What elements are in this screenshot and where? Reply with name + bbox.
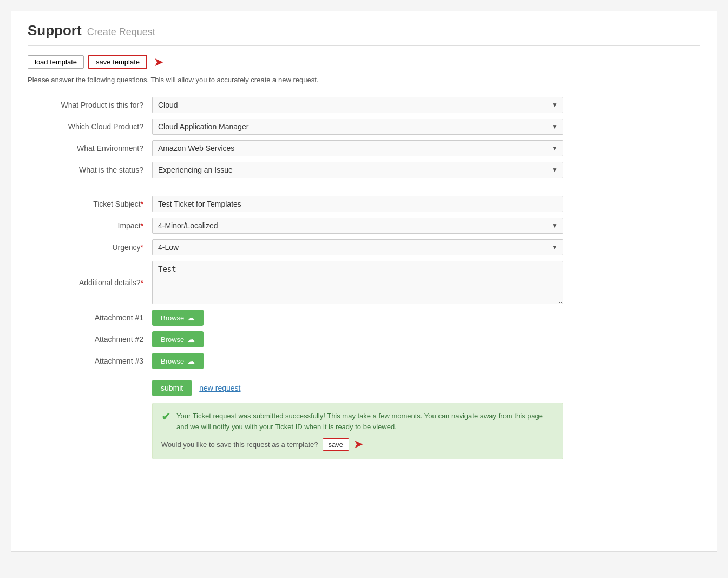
success-box: ✔ Your Ticket request was submitted succ… bbox=[152, 403, 563, 459]
browse-label-2: Browse bbox=[161, 336, 184, 344]
arrow-annotation-save-inline: ➤ bbox=[353, 437, 363, 451]
attachment3-label: Attachment #3 bbox=[33, 357, 152, 365]
additional-details-required: * bbox=[141, 278, 143, 287]
section-divider bbox=[28, 187, 700, 187]
impact-required: * bbox=[141, 221, 143, 230]
browse-button-2[interactable]: Browse ☁ bbox=[152, 331, 204, 347]
cloud-product-label: Which Cloud Product? bbox=[33, 122, 152, 131]
cloud-product-select[interactable]: Cloud Application Manager Cloud Platform… bbox=[152, 119, 563, 135]
status-select[interactable]: Experiencing an Issue Requesting Informa… bbox=[152, 162, 563, 178]
environment-label: What Environment? bbox=[33, 144, 152, 153]
browse-label-1: Browse bbox=[161, 314, 184, 322]
product-select-wrapper[interactable]: Cloud On-Premise Other ▼ bbox=[152, 97, 563, 113]
product-select[interactable]: Cloud On-Premise Other bbox=[152, 97, 563, 113]
additional-details-row: Additional details?* Test bbox=[28, 261, 700, 304]
save-template-row: Would you like to save this request as a… bbox=[161, 437, 554, 451]
environment-row: What Environment? Amazon Web Services Az… bbox=[28, 140, 700, 156]
page-title-main: Support bbox=[28, 22, 82, 39]
impact-row: Impact* 1-Critical 2-Major 3-Moderate 4-… bbox=[28, 218, 700, 234]
upload-icon-3: ☁ bbox=[187, 357, 195, 365]
environment-select-wrapper[interactable]: Amazon Web Services Azure Google Cloud O… bbox=[152, 140, 563, 156]
urgency-row: Urgency* 1-Critical 2-High 3-Medium 4-Lo… bbox=[28, 239, 700, 255]
additional-details-label: Additional details?* bbox=[33, 278, 152, 287]
additional-details-textarea[interactable]: Test bbox=[152, 261, 563, 304]
arrow-annotation-save-template: ➤ bbox=[154, 55, 163, 69]
urgency-select[interactable]: 1-Critical 2-High 3-Medium 4-Low bbox=[152, 239, 563, 255]
browse-button-1[interactable]: Browse ☁ bbox=[152, 310, 204, 326]
urgency-select-wrapper[interactable]: 1-Critical 2-High 3-Medium 4-Low ▼ bbox=[152, 239, 563, 255]
status-label: What is the status? bbox=[33, 166, 152, 174]
attachment2-row: Attachment #2 Browse ☁ bbox=[28, 331, 700, 347]
save-prompt-text: Would you like to save this request as a… bbox=[161, 441, 318, 449]
save-template-inline-button[interactable]: save bbox=[323, 438, 349, 451]
save-template-button[interactable]: save template bbox=[88, 55, 147, 69]
success-message: Your Ticket request was submitted succes… bbox=[176, 411, 554, 432]
ticket-subject-row: Ticket Subject* Test Ticket for Template… bbox=[28, 196, 700, 212]
urgency-label: Urgency* bbox=[33, 243, 152, 252]
attachment3-row: Attachment #3 Browse ☁ bbox=[28, 353, 700, 369]
intro-text: Please answer the following questions. T… bbox=[28, 76, 700, 84]
ticket-section: Ticket Subject* Test Ticket for Template… bbox=[28, 196, 700, 369]
ticket-subject-required: * bbox=[141, 200, 143, 208]
status-row: What is the status? Experiencing an Issu… bbox=[28, 162, 700, 178]
impact-select[interactable]: 1-Critical 2-Major 3-Moderate 4-Minor/Lo… bbox=[152, 218, 563, 234]
success-header: ✔ Your Ticket request was submitted succ… bbox=[161, 411, 554, 432]
urgency-required: * bbox=[141, 243, 143, 252]
success-check-icon: ✔ bbox=[161, 410, 171, 424]
impact-select-wrapper[interactable]: 1-Critical 2-Major 3-Moderate 4-Minor/Lo… bbox=[152, 218, 563, 234]
product-row: What Product is this for? Cloud On-Premi… bbox=[28, 97, 700, 113]
impact-label: Impact* bbox=[33, 221, 152, 230]
new-request-link[interactable]: new request bbox=[199, 384, 240, 392]
environment-select[interactable]: Amazon Web Services Azure Google Cloud O… bbox=[152, 140, 563, 156]
ticket-subject-label: Ticket Subject* bbox=[33, 200, 152, 208]
cloud-product-select-wrapper[interactable]: Cloud Application Manager Cloud Platform… bbox=[152, 119, 563, 135]
attachment1-label: Attachment #1 bbox=[33, 313, 152, 322]
page-title-sub: Create Request bbox=[87, 27, 155, 38]
product-section: What Product is this for? Cloud On-Premi… bbox=[28, 97, 700, 178]
ticket-subject-input[interactable]: Test Ticket for Templates bbox=[152, 196, 563, 212]
load-template-button[interactable]: load template bbox=[28, 55, 84, 69]
cloud-product-row: Which Cloud Product? Cloud Application M… bbox=[28, 119, 700, 135]
status-select-wrapper[interactable]: Experiencing an Issue Requesting Informa… bbox=[152, 162, 563, 178]
browse-button-3[interactable]: Browse ☁ bbox=[152, 353, 204, 369]
upload-icon-2: ☁ bbox=[187, 335, 195, 344]
action-row: submit new request bbox=[152, 380, 700, 396]
attachment1-row: Attachment #1 Browse ☁ bbox=[28, 310, 700, 326]
product-label: What Product is this for? bbox=[33, 101, 152, 109]
upload-icon-1: ☁ bbox=[187, 313, 195, 322]
submit-button[interactable]: submit bbox=[152, 380, 192, 396]
attachment2-label: Attachment #2 bbox=[33, 335, 152, 344]
browse-label-3: Browse bbox=[161, 357, 184, 365]
toolbar: load template save template ➤ bbox=[28, 55, 700, 69]
page-header: Support Create Request bbox=[28, 22, 700, 46]
